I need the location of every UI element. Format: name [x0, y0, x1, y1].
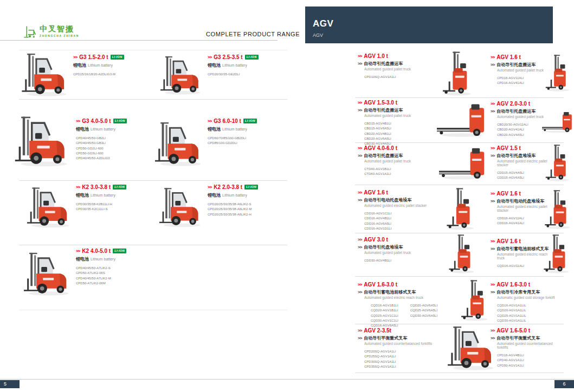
product-desc-cn: >>自动导引托盘堆垛车: [358, 244, 434, 250]
title-arrow: >>: [491, 146, 494, 151]
battery-type: 锂电池Lithium battery: [76, 256, 171, 262]
product-card: >>AGV 1.5 t >>自动导引托盘堆垛车 Automated guided…: [491, 145, 551, 181]
product-image-forklift: [22, 52, 72, 97]
divider: [19, 99, 287, 100]
product-title: >>AGV 1.6-3.0 t: [358, 282, 450, 288]
divider: [355, 185, 564, 185]
product-card: >>K2 3.0-3.8 tLI-ION 锂电池Lithium battery …: [76, 184, 171, 212]
desc-arrow: >>: [358, 108, 362, 113]
left-page-title: COMPLETE PRODUCT RANGE: [206, 31, 300, 37]
divider: [355, 97, 564, 98]
desc-arrow: >>: [358, 245, 362, 250]
product-desc-cn: >>自动导引平衡重式叉车: [491, 335, 561, 341]
title-arrow: >>: [491, 239, 494, 244]
product-title: >>AGV 2.0-3.0 t: [491, 101, 551, 107]
product-image-agv-stacker: [437, 187, 487, 231]
model-list: CPD15/16/18/20-A2DLIG3-M: [73, 72, 168, 77]
product-desc-en: Automated guided electric pallet stacker: [364, 204, 436, 207]
title-arrow: >>: [491, 328, 494, 333]
product-card: >>AGV 1.6-5.0 t >>自动导引平衡重式叉车 Automated g…: [491, 328, 561, 368]
product-title: >>G3 1.5-2.0 tLI-ION: [73, 54, 168, 60]
model-list: CPD20/25/30/35/38-A6LIK2-S CPD20/25/30/3…: [208, 202, 294, 217]
desc-arrow: >>: [491, 246, 494, 251]
model-list: CBD20/30-AGV11ALI CBD20-AGV41ALI CBD20-A…: [497, 122, 551, 138]
product-card: >>G3 2.5-3.5 tLI-ION 锂电池Lithium battery …: [208, 54, 289, 77]
product-desc-cn: >>自动导引托盘搬运车: [358, 153, 434, 159]
title-arrow: >>: [73, 55, 77, 60]
product-desc-cn: >>自动导引托盘搬运车: [491, 62, 550, 68]
li-ion-badge: LI-ION: [243, 119, 257, 123]
product-card: >>AGV 1.6-3.0 t >>自动导引蓄电池前移式叉车 Automated…: [358, 282, 450, 328]
product-card: >>AGV 1.6 t >>自动导引托盘搬运车 Automated guided…: [491, 54, 550, 86]
product-desc-cn: >>自动导引托盘搬运车: [491, 108, 551, 114]
brand-logo: 中叉智搬 ZHONGCHA ZHIBAN: [23, 25, 79, 39]
battery-type: 锂电池Lithium battery: [208, 62, 289, 68]
title-arrow: >>: [491, 282, 494, 287]
product-title: >>AGV 1.6 t: [491, 54, 550, 60]
model-list: CPD40/45/50-A7LIK2-S CPD50-A7LIK2-06S CP…: [76, 266, 171, 286]
product-card: >>AGV 1.6 t >>自动导引电动托盘堆垛车 Automated guid…: [358, 190, 436, 231]
model-list: CDD16-AGV11ALI CDD16-AGV41ALI: [497, 216, 551, 226]
product-desc-cn: >>自动导引托盘搬运车: [358, 61, 434, 67]
title-arrow: >>: [491, 55, 494, 60]
product-card: >>AGV 2.0-3.0 t >>自动导引托盘搬运车 Automated gu…: [491, 101, 551, 138]
product-title: >>AGV 1.6-5.0 t: [491, 328, 561, 334]
desc-arrow: >>: [491, 199, 494, 204]
product-title: >>K2 3.0-3.8 tLI-ION: [76, 184, 171, 190]
product-desc-cn: >>自动导引蓄电池前移式叉车: [358, 289, 450, 295]
desc-arrow: >>: [358, 336, 362, 341]
model-list: CPD40/45/50-GB2LI CPD40/45/50-GB3LI CPD5…: [76, 136, 171, 161]
desc-arrow: >>: [491, 109, 494, 114]
model-list: CPD20SQ-AGV1A1LI CPD25SQ-AGV1A1LI CPD30S…: [364, 349, 442, 369]
title-arrow: >>: [358, 237, 362, 242]
product-card: >>G3 6.0-10 tLI-ION 锂电池Lithium battery C…: [208, 118, 289, 146]
product-desc-cn: >>自动导引电动托盘堆垛车: [491, 198, 551, 204]
product-desc-en: Automated guided counterbalanced forklif…: [497, 342, 561, 349]
product-title: >>AGV 2-3.5t: [358, 328, 442, 334]
product-title: >>AGV 3.0 t: [358, 237, 434, 243]
product-desc-en: Automated guided pallet truck: [497, 115, 551, 119]
product-title: >>AGV 1.6 t: [358, 190, 436, 195]
desc-arrow: >>: [358, 61, 362, 66]
product-title: >>AGV 1.6-3.0 t: [491, 282, 561, 288]
model-list-columns: CQD16-AGV1B1LI CQD20-AGV1B1LI CQD25-AGV1…: [364, 299, 450, 328]
product-desc-en: Automated guided pallet truck: [364, 114, 434, 117]
product-desc-cn: >>自动导引平衡重式叉车: [358, 335, 442, 341]
title-arrow: >>: [208, 55, 211, 60]
model-list: CDD16-AGV1C1LI CDD16-AGV4B1LI CDD16-AGV6…: [364, 211, 436, 231]
product-card: >>AGV 1.6 t >>自动导引电动托盘堆垛车 Automated guid…: [491, 191, 551, 226]
model-list: CTD40-AGV1B1LI CTD60-AGV1A1LI: [364, 167, 434, 177]
product-card: >>AGV 1.6 t >>自动导引蓄电池前移式叉车 Automated gui…: [491, 238, 556, 269]
battery-type: 锂电池Lithium battery: [208, 192, 294, 198]
divider: [19, 180, 287, 181]
product-desc-en: Automated guided pallet truck: [364, 251, 434, 254]
battery-type: 锂电池Lithium battery: [73, 62, 168, 68]
page-number-right: 6: [554, 380, 574, 388]
model-list: CQD20-AGV6A5LI CQD25-AGV6A5LI CQD30-AGV6…: [410, 303, 437, 328]
product-image-agv-pallet-truck: [439, 144, 487, 182]
model-list: CPD10SQ-AGV1A1LI: [364, 75, 434, 80]
desc-arrow: >>: [491, 336, 494, 341]
desc-arrow: >>: [491, 290, 494, 295]
product-card: >>G3 1.5-2.0 tLI-ION 锂电池Lithium battery …: [73, 54, 168, 77]
brand-name-cn: 中叉智搬: [40, 25, 79, 32]
title-arrow: >>: [358, 190, 362, 195]
product-title: >>K2 4.0-5.0 tLI-ION: [76, 248, 171, 254]
product-card: >>K2 2.0-3.8 tLI-ION 锂电池Lithium battery …: [208, 184, 294, 217]
product-desc-en: Automated guided electric pallet stacker: [497, 205, 551, 212]
product-desc-en: Automated guided pallet truck: [364, 67, 434, 71]
product-card: >>G3 4.0-5.0 tLI-ION 锂电池Lithium battery …: [76, 118, 171, 161]
desc-arrow: >>: [358, 290, 362, 295]
product-card: >>AGV 1.5-3.0 t >>自动导引托盘搬运车 Automated gu…: [358, 100, 434, 146]
title-arrow: >>: [491, 101, 494, 106]
product-desc-en: Automated guided electric reach truck: [497, 252, 556, 260]
product-image-forklift: [14, 115, 74, 168]
product-desc-cn: >>自动导引电动托盘堆垛车: [358, 197, 436, 203]
title-arrow: >>: [358, 54, 362, 58]
header-rule: [0, 40, 278, 41]
product-image-agv-pallet-truck: [437, 100, 487, 140]
model-list: CPD16-AGV11ALI CPD16-AGV41ALI: [497, 76, 550, 86]
title-arrow: >>: [358, 282, 362, 287]
product-desc-cn: >>自动导引托盘搬运车: [358, 107, 434, 113]
desc-arrow: >>: [491, 153, 494, 158]
